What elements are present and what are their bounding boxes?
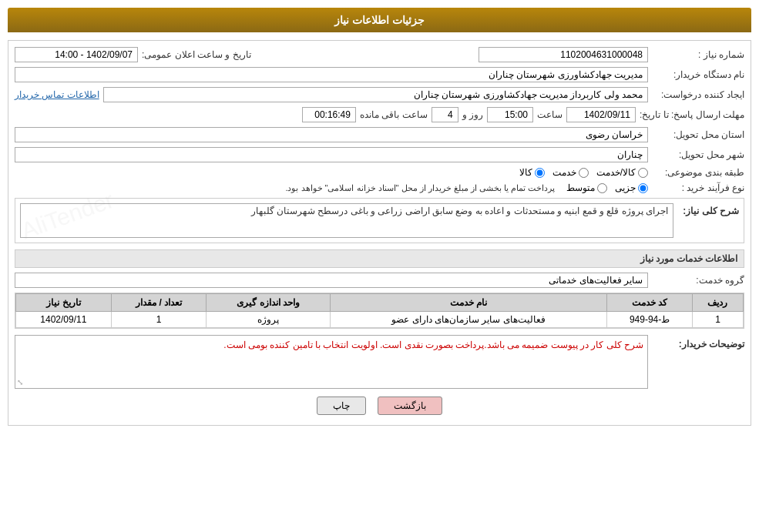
ettelaat-link[interactable]: اطلاعات تماس خریدار bbox=[15, 89, 99, 100]
radio-khedmat-input[interactable] bbox=[579, 168, 589, 178]
ijadKonande-value: محمد ولی کاربرداز مدیریت جهادکشاورزی شهر… bbox=[103, 87, 648, 102]
radio-khedmat-label: خدمت bbox=[552, 167, 576, 178]
shomareNiaz-row: شماره نیاز : 1102004631000048 تاریخ و سا… bbox=[15, 47, 744, 62]
mohlat-row: مهلت ارسال پاسخ: تا تاریخ: 1402/09/11 سا… bbox=[15, 107, 744, 122]
sharh-label: شرح کلی نیاز: bbox=[677, 206, 739, 216]
cell-radif: 1 bbox=[692, 312, 743, 328]
col-tarikh: تاریخ نیاز bbox=[16, 294, 112, 312]
cell-kod: ط-94-949 bbox=[607, 312, 693, 328]
tawzih-label: توضیحات خریدار: bbox=[652, 339, 744, 350]
page-title: جزئیات اطلاعات نیاز bbox=[334, 14, 425, 26]
services-header: اطلاعات خدمات مورد نیاز bbox=[15, 249, 744, 268]
sharh-section: شرح کلی نیاز: اجرای پروژه قلع و قمع ابنی… bbox=[15, 198, 744, 243]
saat-label: ساعت bbox=[537, 109, 563, 120]
page-container: جزئیات اطلاعات نیاز شماره نیاز : 1102004… bbox=[0, 0, 759, 532]
grohe-label: گروه خدمت: bbox=[652, 275, 744, 286]
roz-label: روز و bbox=[462, 109, 483, 120]
radio-kala-khedmat-label: کالا/خدمت bbox=[596, 167, 636, 178]
tabaghe-row: طبقه بندی موضوعی: کالا/خدمت خدمت کالا bbox=[15, 167, 744, 178]
buttons-row: بازگشت چاپ bbox=[15, 396, 744, 419]
noeFarayand-row: نوع فرآیند خرید : جزیی متوسط پرداخت تمام… bbox=[15, 182, 744, 193]
shahr-label: شهر محل تحویل: bbox=[652, 149, 744, 160]
namDastgah-label: نام دستگاه خریدار: bbox=[652, 69, 744, 80]
ostan-row: استان محل تحویل: خراسان رضوی bbox=[15, 127, 744, 142]
radio-jozyi[interactable]: جزیی bbox=[615, 182, 648, 193]
ostan-value: خراسان رضوی bbox=[15, 127, 648, 142]
services-table: ردیف کد خدمت نام خدمت واحد اندازه گیری ت… bbox=[15, 293, 744, 328]
back-button[interactable]: بازگشت bbox=[378, 396, 442, 415]
roz-value: 4 bbox=[432, 107, 458, 122]
radio-kala-khedmat-input[interactable] bbox=[638, 168, 648, 178]
tawzih-value: شرح کلی کار در پیوست ضمیمه می باشد.پرداخ… bbox=[15, 335, 648, 389]
radio-jozyi-input[interactable] bbox=[638, 183, 648, 193]
print-button[interactable]: چاپ bbox=[317, 396, 366, 415]
tabaghe-radiogroup: کالا/خدمت خدمت کالا bbox=[519, 167, 648, 178]
taikhElan-label: تاریخ و ساعت اعلان عمومی: bbox=[142, 49, 251, 60]
baghimande-label: ساعت باقی مانده bbox=[360, 109, 428, 120]
radio-motevaset-input[interactable] bbox=[597, 183, 607, 193]
shahr-value: چناران bbox=[15, 147, 648, 162]
namDastgah-value: مدیریت جهادکشاورزی شهرستان چناران bbox=[15, 67, 648, 82]
radio-motevaset-label: متوسط bbox=[566, 182, 595, 193]
baghimande-value: 00:16:49 bbox=[302, 107, 356, 122]
taikhElan-value: 1402/09/07 - 14:00 bbox=[15, 47, 138, 62]
tawzih-text: شرح کلی کار در پیوست ضمیمه می باشد.پرداخ… bbox=[223, 340, 643, 350]
saat-value: 15:00 bbox=[487, 107, 533, 122]
mohlat-label: مهلت ارسال پاسخ: تا تاریخ: bbox=[640, 109, 744, 120]
date-value: 1402/09/11 bbox=[566, 107, 636, 122]
services-table-container: ردیف کد خدمت نام خدمت واحد اندازه گیری ت… bbox=[15, 293, 744, 329]
cell-tarikh: 1402/09/11 bbox=[16, 312, 112, 328]
sharh-value: اجرای پروژه قلع و قمع ابنیه و مستحدثات و… bbox=[20, 203, 673, 238]
radio-khedmat[interactable]: خدمت bbox=[552, 167, 589, 178]
col-kod: کد خدمت bbox=[607, 294, 693, 312]
tabaghe-label: طبقه بندی موضوعی: bbox=[652, 167, 744, 178]
content-area: شماره نیاز : 1102004631000048 تاریخ و سا… bbox=[8, 40, 751, 426]
shahr-row: شهر محل تحویل: چناران bbox=[15, 147, 744, 162]
farayand-note: پرداخت تمام یا بخشی از مبلغ خریدار از مح… bbox=[285, 183, 555, 193]
resize-icon: ⤡ bbox=[17, 378, 23, 386]
ijadKonande-row: ایجاد کننده درخواست: محمد ولی کاربرداز م… bbox=[15, 87, 744, 102]
shomareNiaz-value: 1102004631000048 bbox=[479, 47, 648, 62]
noeFarayand-radiogroup: جزیی متوسط bbox=[566, 182, 648, 193]
shomareNiaz-label: شماره نیاز : bbox=[652, 49, 744, 60]
radio-kala[interactable]: کالا bbox=[519, 167, 545, 178]
ijadKonande-label: ایجاد کننده درخواست: bbox=[652, 89, 744, 100]
radio-jozyi-label: جزیی bbox=[615, 182, 636, 193]
table-header-row: ردیف کد خدمت نام خدمت واحد اندازه گیری ت… bbox=[16, 294, 744, 312]
radio-kala-input[interactable] bbox=[535, 168, 545, 178]
page-header: جزئیات اطلاعات نیاز bbox=[8, 8, 751, 32]
tawzih-row: توضیحات خریدار: شرح کلی کار در پیوست ضمی… bbox=[15, 335, 744, 389]
col-tedad: تعداد / مقدار bbox=[111, 294, 207, 312]
col-nam: نام خدمت bbox=[330, 294, 607, 312]
grohe-row: گروه خدمت: سایر فعالیت‌های خدماتی bbox=[15, 273, 744, 288]
cell-tedad: 1 bbox=[111, 312, 207, 328]
radio-kala-label: کالا bbox=[519, 167, 532, 178]
col-radif: ردیف bbox=[692, 294, 743, 312]
grohe-value: سایر فعالیت‌های خدماتی bbox=[15, 273, 648, 288]
col-vahed: واحد اندازه گیری bbox=[207, 294, 330, 312]
cell-nam: فعالیت‌های سایر سازمان‌های دارای عضو bbox=[330, 312, 607, 328]
radio-motevaset[interactable]: متوسط bbox=[566, 182, 607, 193]
ostan-label: استان محل تحویل: bbox=[652, 129, 744, 140]
table-row: 1ط-94-949فعالیت‌های سایر سازمان‌های دارا… bbox=[16, 312, 744, 328]
namDastgah-row: نام دستگاه خریدار: مدیریت جهادکشاورزی شه… bbox=[15, 67, 744, 82]
noeFarayand-label: نوع فرآیند خرید : bbox=[652, 182, 744, 193]
cell-vahed: پروژه bbox=[207, 312, 330, 328]
radio-kala-khedmat[interactable]: کالا/خدمت bbox=[596, 167, 648, 178]
